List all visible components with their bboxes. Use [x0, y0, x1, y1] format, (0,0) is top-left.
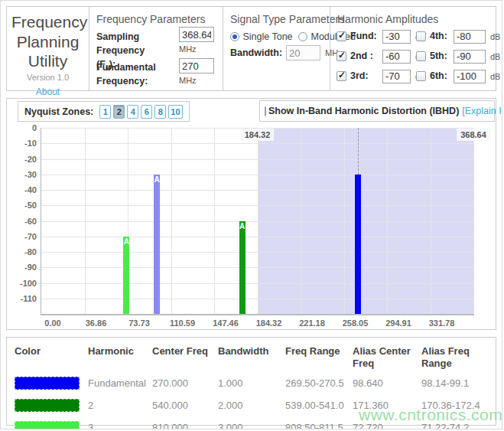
x-axis-tick-label: 110.59: [170, 318, 195, 328]
x-axis-tick-label: 258.05: [343, 318, 369, 328]
gridline: [473, 128, 474, 314]
fund-checkbox[interactable]: [337, 31, 346, 41]
cell-bandwidth: 2.000: [218, 394, 285, 416]
6th-amplitude-input[interactable]: [454, 70, 486, 83]
gridline: [214, 128, 215, 314]
4th-unit: dB: [490, 32, 500, 41]
cell-freq-range: 808.50-811.5: [285, 416, 353, 430]
x-axis-tick-label: 294.91: [385, 318, 411, 328]
cell-harmonic: Fundamental: [88, 372, 152, 394]
about-link[interactable]: About: [36, 87, 60, 97]
col-header-alias-center-freq: Alias Center Freq: [353, 341, 421, 372]
col-header-alias-freq-range: Alias Freq Range: [421, 341, 494, 372]
nyquist-zone-button-4[interactable]: 4: [127, 105, 138, 119]
sampling-frequency-input[interactable]: [179, 27, 214, 42]
nyquist-zones-box: Nyquist Zones: 1 2 4 6 8 10: [18, 101, 190, 122]
col-header-center-freq: Center Freq: [152, 341, 218, 372]
frequency-planning-utility-page: Frequency Planning Utility Version 1.0 A…: [0, 0, 502, 429]
6th-unit: dB: [490, 72, 500, 81]
x-axis-line: [41, 314, 474, 315]
alias-bar-label: A: [239, 222, 245, 230]
table-row-fundamental: Fundamental 270.000 1.000 269.50-270.5 9…: [15, 372, 494, 394]
y-axis-tick-label: -70: [8, 232, 37, 241]
chart-bar-fundamental: [355, 175, 361, 314]
fundamental-frequency-label: Fundamental Frequency:: [96, 60, 179, 87]
3rd-amplitude-input[interactable]: [382, 70, 411, 83]
2nd-harmonic-color-swatch: [15, 399, 80, 412]
gridline: [387, 128, 388, 314]
harmonic-row-6th: 6th: dB: [416, 67, 500, 85]
x-axis-tick-label: 36.86: [86, 318, 107, 328]
3rd-harmonic-color-swatch: [15, 421, 80, 430]
cell-bandwidth: 3.000: [218, 416, 285, 430]
3rd-checkbox[interactable]: [337, 71, 346, 81]
y-axis-tick-label: -40: [8, 185, 37, 194]
y-axis-tick-label: 0: [8, 123, 37, 132]
harmonic-row-4th: 4th: dB: [416, 28, 500, 45]
5th-amplitude-input[interactable]: [454, 50, 486, 64]
sampling-frequency-unit: MHz: [179, 44, 214, 54]
modulated-radio[interactable]: [298, 32, 307, 41]
fundamental-guide-line: [358, 128, 359, 175]
zone-boundary-label-end: 368.64: [457, 129, 490, 141]
fundamental-color-swatch: [15, 377, 80, 390]
2nd-amplitude-input[interactable]: [382, 50, 411, 64]
gridline: [171, 128, 172, 314]
nyquist-zones-label: Nyquist Zones:: [24, 106, 93, 117]
y-axis-tick-label: -110: [8, 294, 37, 303]
5th-unit: dB: [490, 52, 500, 61]
nyquist-zone-button-6[interactable]: 6: [141, 105, 152, 119]
bandwidth-input[interactable]: [286, 45, 320, 60]
4th-checkbox[interactable]: [416, 31, 426, 41]
spectrum-chart: 0-10-20-30-40-50-60-70-80-90-100-1100.00…: [41, 128, 473, 314]
2nd-label: 2nd :: [350, 51, 382, 62]
5th-checkbox[interactable]: [416, 51, 426, 61]
zone-boundary-label-start: 184.32: [241, 129, 275, 141]
app-header: Frequency Planning Utility Version 1.0 A…: [7, 7, 89, 90]
fund-amplitude-input[interactable]: [382, 30, 411, 44]
gridline: [344, 128, 345, 314]
4th-label: 4th:: [430, 31, 454, 42]
signal-type-title: Signal Type Parameters: [230, 13, 344, 25]
single-tone-label: Single Tone: [242, 31, 292, 42]
chart-bar-fundamental-alias: A: [154, 175, 160, 314]
nyquist-zone-button-8[interactable]: 8: [154, 105, 166, 119]
gridline: [85, 128, 86, 314]
gridline: [431, 128, 431, 314]
cell-alias-center-freq: 171.360: [353, 394, 421, 416]
signal-type-section: Signal Type Parameters Single Tone Modul…: [223, 7, 330, 90]
table-row-3rd-harmonic: 3 810.000 3.000 808.50-811.5 72.720 71.2…: [15, 416, 494, 430]
nyquist-zone-button-2[interactable]: 2: [113, 105, 125, 119]
y-axis-line: [41, 128, 41, 315]
nyquist-zone-button-10[interactable]: 10: [168, 105, 182, 119]
harmonic-row-2nd: 2nd : dB: [337, 47, 425, 65]
single-tone-radio[interactable]: [230, 32, 239, 41]
harmonic-row-3rd: 3rd: dB: [337, 67, 425, 85]
y-axis-tick-label: -30: [8, 170, 37, 179]
cell-center-freq: 810.000: [152, 416, 218, 430]
x-axis-tick-label: 331.78: [429, 318, 455, 328]
frequency-parameters-section: Frequency Parameters Sampling Frequency …: [89, 7, 223, 90]
fundamental-frequency-unit: MHz: [179, 76, 214, 85]
fundamental-frequency-input[interactable]: [179, 58, 214, 73]
6th-checkbox[interactable]: [416, 71, 426, 81]
ibhd-checkbox[interactable]: [265, 106, 266, 116]
cell-alias-center-freq: 72.720: [353, 416, 421, 430]
explain-ibhd-link[interactable]: [Explain IBHD]: [462, 106, 502, 116]
fund-label: Fund:: [350, 31, 382, 42]
harmonic-amplitudes-title: Harmonic Amplitudes: [337, 13, 438, 25]
2nd-checkbox[interactable]: [337, 51, 346, 61]
cell-alias-center-freq: 98.640: [353, 372, 421, 394]
cell-freq-range: 269.50-270.5: [285, 372, 353, 394]
4th-amplitude-input[interactable]: [454, 30, 486, 44]
x-axis-tick-label: 73.73: [128, 318, 150, 328]
nyquist-zone-button-1[interactable]: 1: [99, 105, 111, 119]
cell-harmonic: 3: [88, 416, 152, 430]
y-axis-tick-label: -10: [8, 139, 37, 148]
cell-alias-freq-range: 170.36-172.4: [421, 394, 494, 416]
harmonic-amplitudes-section: Harmonic Amplitudes Fund: dB 2nd : dB 3r…: [330, 7, 496, 90]
ibhd-box: Show In-Band Harmonic Distortion (IBHD) …: [259, 100, 495, 122]
col-header-harmonic: Harmonic: [88, 341, 152, 372]
y-axis-tick-label: -50: [8, 201, 37, 210]
5th-label: 5th:: [430, 51, 454, 62]
